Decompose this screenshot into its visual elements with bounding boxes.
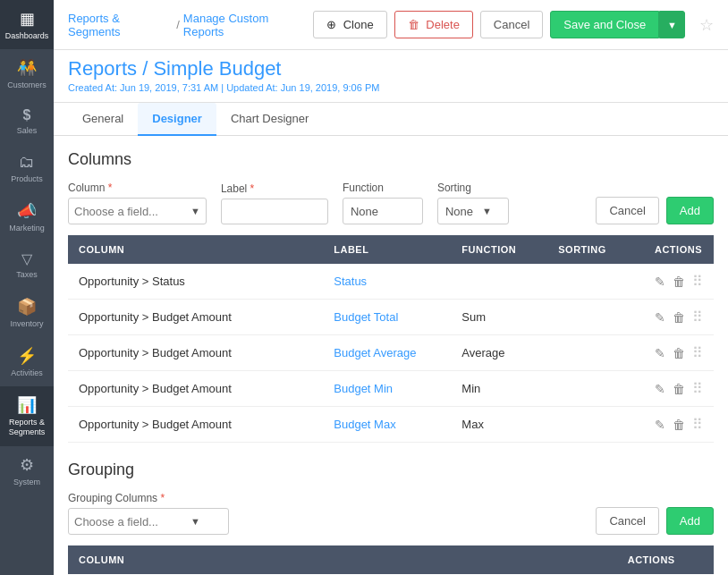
grouping-form-actions: Cancel Add (596, 507, 714, 535)
sidebar-label-marketing: Marketing (9, 224, 45, 233)
columns-table-row: Opportunity > Budget Amount Budget Avera… (68, 335, 714, 371)
sidebar-label-dashboards: Dashboards (5, 31, 49, 40)
col-cell-actions: ✎ 🗑 ⠿ (644, 264, 714, 300)
sidebar-label-sales: Sales (17, 126, 38, 135)
sidebar-item-activities[interactable]: ⚡ Activities (0, 337, 54, 386)
drag-handle-icon[interactable]: ⠿ (692, 416, 703, 433)
grouping-cancel-button[interactable]: Cancel (596, 507, 658, 535)
sidebar-item-dashboards[interactable]: ▦ Dashboards (0, 0, 54, 49)
column-field-input[interactable] (69, 205, 185, 218)
delete-row-icon[interactable]: 🗑 (673, 346, 685, 360)
grouping-columns-group: Grouping Columns * ▼ (68, 492, 229, 535)
sidebar-item-inventory[interactable]: 📦 Inventory (0, 288, 54, 337)
col-cell-actions: ✎ 🗑 ⠿ (644, 335, 714, 371)
drag-handle-icon[interactable]: ⠿ (692, 309, 703, 326)
add-column-form: Column * ▼ Label * (68, 182, 714, 224)
tab-bar: General Designer Chart Designer (54, 103, 728, 136)
sidebar-item-customers[interactable]: 🧑‍🤝‍🧑 Customers (0, 49, 54, 98)
delete-icon: 🗑 (408, 18, 419, 31)
column-field-select[interactable]: ▼ (68, 198, 207, 224)
columns-table-header-row: COLUMN LABEL FUNCTION SORTING ACTIONS (68, 235, 714, 264)
col-cell-sorting (547, 371, 644, 407)
col-cell-sorting (547, 335, 644, 371)
drag-handle-icon[interactable]: ⠿ (692, 380, 703, 397)
columns-table-row: Opportunity > Budget Amount Budget Max M… (68, 407, 714, 443)
topbar-actions: ⊕ Clone 🗑 Delete Cancel Save and Close ▼… (313, 11, 714, 38)
sidebar-item-products[interactable]: 🗂 Products (0, 144, 54, 192)
system-icon: ⚙ (20, 455, 34, 475)
col-cell-column: Opportunity > Budget Amount (68, 407, 323, 443)
delete-button[interactable]: 🗑 Delete (394, 11, 473, 38)
sidebar-label-products: Products (11, 174, 43, 183)
page-title: Reports / Simple Budget (68, 57, 714, 80)
page-header: Reports / Simple Budget Created At: Jun … (54, 50, 728, 103)
tab-chart-designer[interactable]: Chart Designer (216, 103, 323, 136)
cancel-label: Cancel (494, 18, 529, 31)
sidebar-item-taxes[interactable]: ▽ Taxes (0, 241, 54, 288)
col-cell-column: Opportunity > Budget Amount (68, 371, 323, 407)
created-at-label: Created At: (68, 82, 120, 93)
column-field-group: Column * ▼ (68, 182, 207, 224)
edit-icon[interactable]: ✎ (655, 310, 665, 325)
clone-button[interactable]: ⊕ Clone (313, 11, 387, 38)
grouping-field-arrow: ▼ (185, 516, 206, 527)
grp-header-actions: ACTIONS (617, 545, 714, 574)
save-close-dropdown-button[interactable]: ▼ (659, 11, 685, 38)
function-select[interactable]: None Sum Average Min Max (343, 198, 423, 224)
page-title-prefix: Reports / (68, 57, 148, 80)
content-area: Columns Column * ▼ Label * (54, 136, 728, 575)
save-close-button[interactable]: Save and Close (550, 11, 659, 38)
sidebar-item-reports[interactable]: 📊 Reports &Segments (0, 386, 54, 446)
created-at-value: Jun 19, 2019, 7:31 AM (120, 82, 218, 93)
breadcrumb-reports-segments[interactable]: Reports & Segments (68, 12, 173, 38)
drag-handle-icon[interactable]: ⠿ (692, 273, 703, 290)
sidebar-item-sales[interactable]: $ Sales (0, 98, 54, 144)
grp-header-column: COLUMN (68, 545, 617, 574)
grouping-columns-label: Grouping Columns * (68, 492, 229, 504)
delete-label: Delete (426, 18, 460, 31)
updated-at-label: Updated At: (226, 82, 281, 93)
sidebar-item-system[interactable]: ⚙ System (0, 446, 54, 495)
edit-icon[interactable]: ✎ (655, 346, 665, 360)
tab-designer[interactable]: Designer (138, 103, 216, 136)
edit-icon[interactable]: ✎ (655, 382, 665, 396)
sorting-select-input[interactable]: None ASC DESC (445, 205, 482, 218)
taxes-icon: ▽ (21, 250, 32, 267)
grouping-field-select[interactable]: ▼ (68, 508, 229, 535)
column-cancel-button[interactable]: Cancel (596, 197, 658, 224)
col-cell-label: Budget Min (323, 371, 451, 407)
edit-icon[interactable]: ✎ (655, 275, 665, 289)
column-form-actions: Cancel Add (596, 197, 714, 224)
columns-table: COLUMN LABEL FUNCTION SORTING ACTIONS Op… (68, 235, 714, 443)
delete-row-icon[interactable]: 🗑 (673, 418, 685, 432)
page-title-name: Simple Budget (153, 57, 281, 80)
tab-general[interactable]: General (68, 103, 138, 136)
edit-icon[interactable]: ✎ (655, 418, 665, 432)
breadcrumb-sep-1: / (176, 18, 180, 31)
drag-handle-icon[interactable]: ⠿ (692, 344, 703, 361)
cancel-button[interactable]: Cancel (480, 11, 543, 38)
function-field-label: Function (343, 182, 423, 194)
grouping-table-head: COLUMN ACTIONS (68, 545, 714, 574)
breadcrumb-manage-custom-reports[interactable]: Manage Custom Reports (183, 12, 309, 38)
function-field-group: Function None Sum Average Min Max (343, 182, 423, 224)
grouping-table: COLUMN ACTIONS Opportunity > Status ✎ 🗑 … (68, 545, 714, 575)
sorting-field-label: Sorting (437, 182, 509, 194)
products-icon: 🗂 (19, 153, 35, 172)
sorting-select[interactable]: None ASC DESC ▼ (437, 198, 509, 224)
favorite-icon[interactable]: ☆ (699, 15, 714, 35)
function-select-input[interactable]: None Sum Average Min Max (351, 205, 398, 218)
delete-row-icon[interactable]: 🗑 (673, 310, 685, 325)
sidebar-item-marketing[interactable]: 📣 Marketing (0, 192, 54, 241)
save-close-label: Save and Close (563, 18, 646, 31)
delete-row-icon[interactable]: 🗑 (673, 275, 685, 289)
grouping-field-input[interactable] (69, 515, 185, 528)
col-cell-sorting (547, 407, 644, 443)
col-cell-label: Status (323, 264, 451, 300)
col-cell-function: Min (451, 371, 547, 407)
grouping-add-button[interactable]: Add (666, 507, 714, 535)
label-field-input[interactable] (221, 199, 328, 224)
add-grouping-form: Grouping Columns * ▼ Cancel Add (68, 492, 714, 535)
column-add-button[interactable]: Add (666, 197, 714, 224)
delete-row-icon[interactable]: 🗑 (673, 382, 685, 396)
